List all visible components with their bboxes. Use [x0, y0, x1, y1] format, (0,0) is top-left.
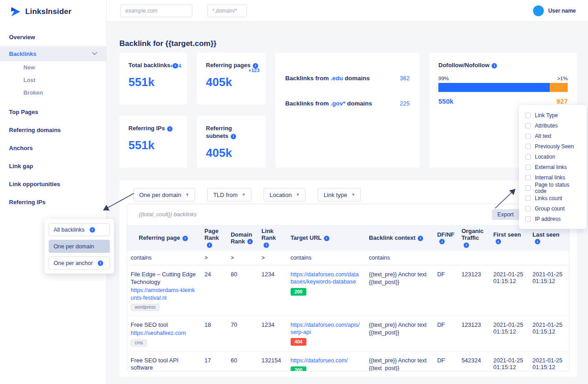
referring-page-link[interactable]: https://amsterdams-kleinkunts-festival.n… [131, 287, 197, 302]
domain-search-input[interactable] [120, 5, 192, 17]
sidebar-item-link-gap[interactable]: Link gap [0, 157, 106, 175]
info-icon[interactable]: i [247, 239, 253, 244]
url-pattern-input[interactable] [207, 5, 247, 17]
checkbox[interactable] [525, 144, 531, 149]
info-icon[interactable]: i [231, 134, 236, 139]
column-option-group-count[interactable]: Group count [525, 203, 580, 214]
dofollow-ratio-bar [438, 83, 568, 92]
checkbox[interactable] [525, 154, 531, 160]
filter-gt[interactable]: > [227, 251, 258, 265]
sidebar-item-broken[interactable]: Broken [0, 87, 106, 99]
filter-link-type[interactable]: Link type▼ [318, 188, 361, 201]
chevron-down-icon [92, 52, 97, 55]
filter-contains[interactable]: contains [365, 251, 433, 265]
column-option-link-type[interactable]: Link Type [525, 110, 580, 120]
column-option-external-links[interactable]: External links [525, 162, 580, 172]
target-url-link[interactable]: https://dataforseo.com/apis/serp-api [291, 321, 362, 336]
filter-contains[interactable]: contains [287, 251, 365, 265]
sidebar-item-referring-domains[interactable]: Referring domains [0, 121, 106, 139]
checkbox[interactable] [525, 206, 531, 211]
col-link-rank[interactable]: Link Ranki [258, 225, 287, 251]
column-option-links-count[interactable]: Links count [525, 193, 580, 203]
dfnf-cell: DF [433, 265, 458, 316]
card-value: 405k [206, 75, 259, 89]
info-icon[interactable]: i [324, 236, 329, 241]
col-domain-rank[interactable]: Domain Ranki [227, 225, 258, 251]
user-menu[interactable]: User name [533, 5, 576, 16]
sidebar-item-lost[interactable]: Lost [0, 74, 106, 87]
ratio-percent-labels: 99% >1% [438, 76, 568, 81]
sidebar-item-top-pages[interactable]: Top Pages [0, 103, 106, 121]
nofollow-bar-segment [550, 83, 568, 92]
checkbox[interactable] [525, 185, 531, 191]
edu-backlinks-value: 362 [400, 75, 410, 82]
info-icon[interactable]: i [439, 239, 445, 244]
info-icon[interactable]: i [464, 242, 469, 248]
checkbox[interactable] [525, 123, 531, 128]
checkbox[interactable] [525, 175, 531, 180]
column-option-previously-seen[interactable]: Previously Seen [525, 141, 580, 151]
checkbox[interactable] [525, 113, 531, 118]
column-option-page-to-status-code[interactable]: Page to status code [525, 183, 580, 193]
checkbox[interactable] [525, 216, 531, 222]
mode-one-per-anchor[interactable]: One per anchori [49, 256, 110, 270]
checkbox[interactable] [525, 165, 531, 170]
filter-location[interactable]: Location▼ [264, 188, 305, 201]
info-icon[interactable]: i [167, 126, 173, 132]
info-icon[interactable]: i [98, 261, 103, 266]
card-domain-stats: Backlinks from .edu domains 362 Backlink… [275, 53, 419, 168]
page-rank-cell: 17 [201, 351, 227, 371]
info-icon[interactable]: i [418, 236, 423, 241]
backlink-mode-popover: All backlinksi One per domain One per an… [45, 219, 114, 274]
backlink-context: {{text_pre}} Anchor text {{text_post}} [369, 271, 430, 286]
table-toolbar: {{total_coult}} backlinks Export Column▼ [127, 204, 569, 225]
info-icon[interactable]: i [207, 242, 212, 248]
domain-rank-cell: 70 [227, 315, 258, 351]
col-page-rank[interactable]: Page Ranki [201, 225, 227, 251]
column-option-attributes[interactable]: Attributes [525, 120, 580, 131]
info-icon[interactable]: i [535, 239, 540, 244]
sidebar-item-backlinks[interactable]: Backlinks [0, 46, 106, 61]
col-backlink-context[interactable]: Backlink contexti [365, 225, 433, 251]
filter-gt[interactable]: > [258, 251, 287, 265]
column-option-ip-address[interactable]: IP address [525, 214, 580, 224]
col-organic-traffic[interactable]: Organic Traffici [458, 225, 490, 251]
first-seen-cell: 2021-01-25 01:15:12 [490, 265, 529, 316]
col-referring-page[interactable]: Referring pagei [127, 225, 201, 251]
sidebar-item-anchors[interactable]: Anchors [0, 139, 106, 157]
info-icon[interactable]: i [90, 227, 95, 233]
mode-one-per-domain[interactable]: One per domain [49, 240, 110, 253]
chevron-down-icon: ▼ [242, 192, 246, 197]
total-backlinks-label: {{total_coult}} backlinks [139, 211, 197, 218]
sidebar-item-referring-ips[interactable]: Referring IPs [0, 193, 106, 211]
dofollow-count: 550k [438, 97, 453, 105]
filter-one-per-domain[interactable]: One per domain▼ [133, 188, 195, 201]
filter-gt[interactable]: > [201, 251, 227, 265]
checkbox[interactable] [525, 133, 531, 139]
col-df-nf[interactable]: DF/NFi [433, 225, 458, 251]
filter-tld-from[interactable]: TLD from▼ [207, 188, 251, 201]
column-option-location[interactable]: Location [525, 151, 580, 162]
sidebar-item-overview[interactable]: Overview [0, 28, 106, 46]
column-option-alt-text[interactable]: Alt text [525, 131, 580, 141]
col-target-url[interactable]: Target URLi [287, 225, 365, 251]
status-badge: 200 [291, 366, 307, 371]
link-rank-cell: 132154 [258, 351, 287, 371]
sidebar-item-link-opportunities[interactable]: Link opportunities [0, 175, 106, 193]
info-icon[interactable]: i [496, 239, 501, 244]
mode-all-backlinks[interactable]: All backlinksi [49, 223, 110, 236]
info-icon[interactable]: i [264, 242, 269, 248]
export-button[interactable]: Export [492, 209, 519, 220]
target-url-link[interactable]: https://dataforseo.com/ [291, 357, 348, 364]
last-seen-cell: 2021-01-25 01:15:12 [529, 351, 569, 371]
brand-logo-icon [10, 6, 22, 17]
referring-page-link[interactable]: https://seohafeez.com [131, 329, 186, 337]
info-icon[interactable]: i [492, 63, 497, 69]
backlink-context: {{text_pre}} Anchor text {{text_post}} [369, 321, 430, 337]
sidebar-item-new[interactable]: New [0, 61, 106, 74]
checkbox[interactable] [525, 196, 531, 201]
filter-contains[interactable]: contains [127, 251, 201, 265]
link-rank-cell: 1234 [258, 265, 287, 316]
target-url-link[interactable]: https://dataforseo.com/databases/keyword… [291, 271, 362, 286]
info-icon[interactable]: i [182, 236, 188, 241]
